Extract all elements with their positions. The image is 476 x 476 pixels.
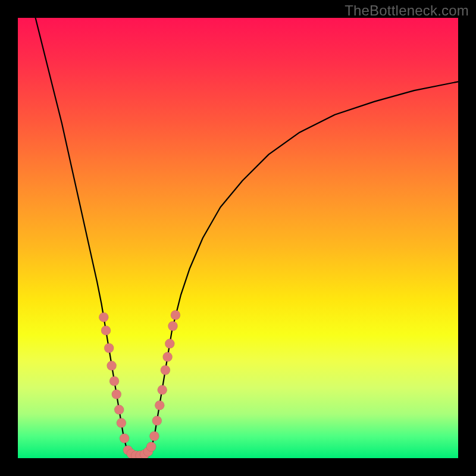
marker-dot (101, 325, 111, 335)
bottleneck-curve (36, 18, 458, 456)
marker-dot (109, 377, 119, 386)
marker-dot (158, 385, 167, 394)
marker-dot (99, 312, 108, 322)
marker-dot (149, 431, 159, 441)
marker-dot (163, 352, 173, 362)
chart-stage: TheBottleneck.com (0, 0, 476, 476)
marker-dots-group (99, 311, 180, 459)
marker-dot (171, 311, 180, 320)
marker-dot (161, 365, 170, 375)
marker-dot (155, 400, 164, 410)
marker-dot (168, 321, 177, 331)
watermark-text: TheBottleneck.com (345, 2, 469, 19)
marker-dot (107, 361, 117, 371)
marker-dot (104, 343, 114, 353)
marker-dot (114, 405, 124, 415)
chart-overlay-svg (18, 18, 458, 458)
marker-dot (152, 416, 162, 425)
marker-dot (120, 434, 129, 443)
plot-area (18, 18, 458, 458)
marker-dot (165, 339, 174, 349)
marker-dot (112, 390, 121, 399)
marker-dot (117, 418, 126, 428)
marker-dot (146, 442, 156, 452)
